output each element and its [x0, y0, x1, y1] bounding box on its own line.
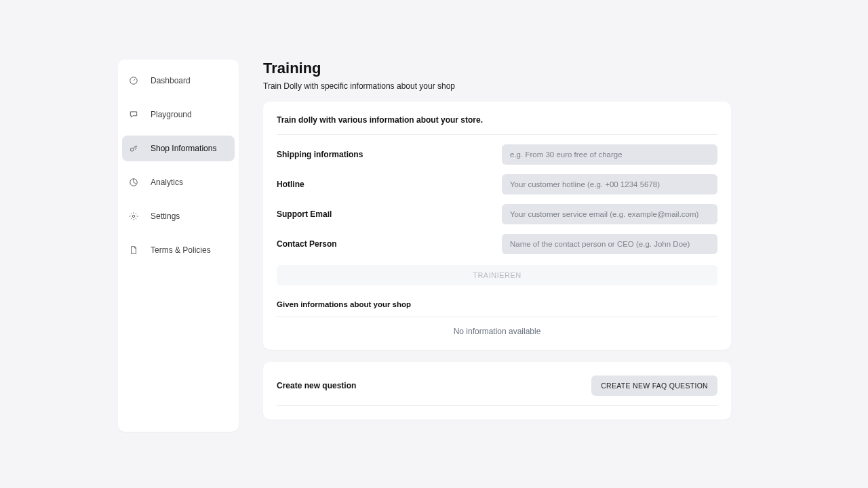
- form-row-email: Support Email: [277, 204, 717, 224]
- page-title: Training: [263, 60, 731, 77]
- gear-icon: [129, 211, 138, 221]
- given-info-title: Given informations about your shop: [277, 300, 717, 317]
- email-input[interactable]: [502, 204, 717, 224]
- gauge-icon: [129, 76, 138, 85]
- sidebar-item-label: Dashboard: [151, 76, 191, 85]
- sidebar-item-dashboard[interactable]: Dashboard: [122, 68, 235, 94]
- faq-title: Create new question: [277, 381, 356, 390]
- sidebar-item-playground[interactable]: Playground: [122, 102, 235, 127]
- svg-point-1: [130, 148, 134, 151]
- sidebar-item-label: Playground: [151, 110, 192, 119]
- form-row-hotline: Hotline: [277, 174, 717, 195]
- training-card-header: Train dolly with various information abo…: [277, 115, 717, 135]
- main-content: Training Train Dolly with specific infor…: [263, 60, 731, 432]
- sidebar-item-label: Shop Informations: [151, 144, 216, 153]
- create-faq-button[interactable]: CREATE NEW FAQ QUESTION: [591, 375, 717, 396]
- svg-point-3: [132, 215, 135, 218]
- faq-header-row: Create new question CREATE NEW FAQ QUEST…: [277, 375, 717, 406]
- sidebar-item-label: Analytics: [151, 178, 183, 187]
- sidebar-item-label: Terms & Policies: [151, 245, 211, 255]
- train-button[interactable]: TRAINIEREN: [277, 265, 717, 285]
- shipping-label: Shipping informations: [277, 150, 480, 159]
- sidebar-item-label: Settings: [151, 211, 180, 221]
- key-icon: [129, 144, 138, 153]
- sidebar-item-settings[interactable]: Settings: [122, 203, 235, 229]
- given-info-empty: No information available: [277, 317, 717, 336]
- chart-icon: [129, 178, 138, 187]
- contact-label: Contact Person: [277, 239, 480, 249]
- hotline-input[interactable]: [502, 174, 717, 195]
- hotline-label: Hotline: [277, 180, 480, 189]
- sidebar: Dashboard Playground Shop Informations A…: [118, 60, 239, 432]
- training-card: Train dolly with various information abo…: [263, 102, 731, 350]
- sidebar-item-shop-informations[interactable]: Shop Informations: [122, 136, 235, 161]
- faq-card: Create new question CREATE NEW FAQ QUEST…: [263, 362, 731, 420]
- contact-input[interactable]: [502, 234, 717, 254]
- form-row-contact: Contact Person: [277, 234, 717, 254]
- sidebar-item-analytics[interactable]: Analytics: [122, 169, 235, 195]
- shipping-input[interactable]: [502, 144, 717, 165]
- chat-icon: [129, 110, 138, 119]
- sidebar-item-terms[interactable]: Terms & Policies: [122, 237, 235, 263]
- email-label: Support Email: [277, 209, 480, 219]
- form-row-shipping: Shipping informations: [277, 144, 717, 165]
- document-icon: [129, 245, 138, 255]
- page-subtitle: Train Dolly with specific informations a…: [263, 81, 731, 91]
